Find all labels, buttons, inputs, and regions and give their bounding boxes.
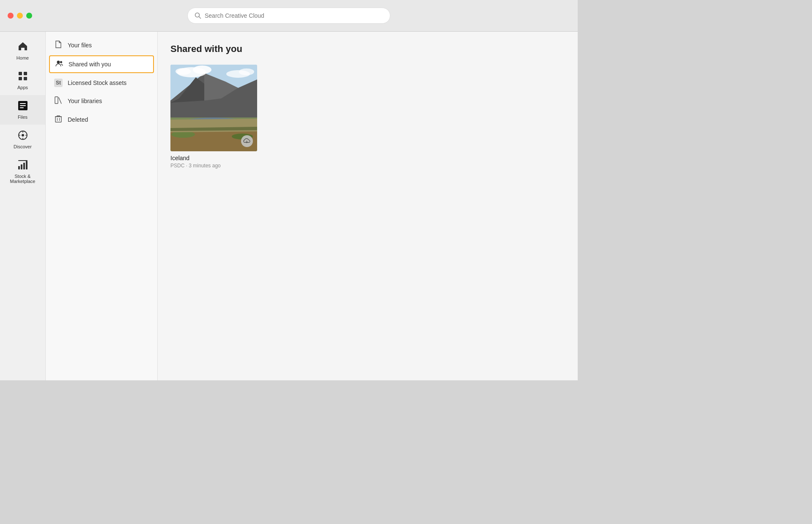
svg-rect-16 bbox=[18, 166, 20, 169]
page-title: Shared with you bbox=[170, 44, 565, 55]
nav-item-stock[interactable]: Stock & Marketplace bbox=[0, 154, 45, 189]
nav-rail: Home Apps File bbox=[0, 32, 46, 380]
sidebar-item-your-libraries[interactable]: Your libraries bbox=[46, 92, 157, 110]
sidebar-label-shared-with-you: Shared with you bbox=[69, 61, 111, 68]
sidebar-label-deleted: Deleted bbox=[68, 116, 88, 123]
svg-line-1 bbox=[199, 17, 201, 19]
sidebar: Your files Shared with you St Licensed S… bbox=[46, 32, 158, 380]
file-card-iceland[interactable]: Iceland PSDC · 3 minutes ago bbox=[170, 65, 257, 169]
svg-rect-19 bbox=[26, 161, 27, 169]
svg-point-46 bbox=[239, 68, 254, 75]
svg-rect-3 bbox=[24, 72, 27, 75]
file-meta-iceland: PSDC · 3 minutes ago bbox=[170, 163, 257, 169]
svg-rect-23 bbox=[55, 97, 58, 104]
svg-point-11 bbox=[22, 134, 24, 136]
nav-item-apps[interactable]: Apps bbox=[0, 66, 45, 95]
nav-label-stock: Stock & Marketplace bbox=[10, 174, 36, 184]
maximize-button[interactable] bbox=[26, 13, 32, 19]
svg-rect-5 bbox=[24, 77, 27, 80]
sidebar-item-licensed-stock[interactable]: St Licensed Stock assets bbox=[46, 74, 157, 92]
nav-item-home[interactable]: Home bbox=[0, 36, 45, 66]
nav-item-files[interactable]: Files bbox=[0, 95, 45, 125]
file-thumbnail-iceland bbox=[170, 65, 257, 151]
library-icon bbox=[54, 96, 63, 106]
nav-label-files: Files bbox=[18, 115, 27, 120]
svg-rect-8 bbox=[20, 105, 26, 106]
file-icon bbox=[54, 41, 63, 50]
nav-label-apps: Apps bbox=[17, 85, 28, 90]
svg-point-43 bbox=[193, 66, 211, 74]
svg-rect-9 bbox=[20, 107, 24, 108]
main-layout: Home Apps File bbox=[0, 32, 578, 380]
search-bar[interactable] bbox=[187, 8, 390, 24]
content-area: Shared with you bbox=[158, 32, 578, 380]
cloud-sync-icon bbox=[241, 135, 253, 147]
st-icon: St bbox=[54, 79, 63, 87]
minimize-button[interactable] bbox=[17, 13, 23, 19]
stock-icon bbox=[17, 159, 28, 172]
svg-point-22 bbox=[60, 61, 62, 63]
apps-icon bbox=[17, 71, 28, 83]
svg-rect-7 bbox=[20, 103, 26, 104]
svg-rect-2 bbox=[19, 72, 22, 75]
traffic-lights bbox=[8, 13, 32, 19]
svg-rect-17 bbox=[21, 164, 22, 169]
people-icon bbox=[55, 60, 63, 68]
sidebar-item-shared-with-you[interactable]: Shared with you bbox=[49, 55, 154, 73]
svg-rect-18 bbox=[23, 163, 25, 169]
svg-rect-20 bbox=[18, 160, 27, 161]
search-icon bbox=[195, 12, 201, 19]
home-icon bbox=[17, 41, 28, 54]
discover-icon bbox=[17, 130, 28, 142]
sidebar-item-your-files[interactable]: Your files bbox=[46, 36, 157, 55]
close-button[interactable] bbox=[8, 13, 14, 19]
sidebar-label-your-libraries: Your libraries bbox=[68, 98, 102, 104]
sidebar-label-your-files: Your files bbox=[68, 42, 92, 49]
sidebar-label-licensed-stock: Licensed Stock assets bbox=[68, 79, 126, 86]
file-name-iceland: Iceland bbox=[170, 155, 257, 161]
svg-rect-24 bbox=[55, 117, 61, 122]
svg-point-21 bbox=[57, 61, 60, 64]
nav-item-discover[interactable]: Discover bbox=[0, 125, 45, 154]
nav-label-home: Home bbox=[16, 55, 29, 60]
file-grid: Iceland PSDC · 3 minutes ago bbox=[170, 65, 565, 169]
titlebar bbox=[0, 0, 578, 32]
sidebar-item-deleted[interactable]: Deleted bbox=[46, 110, 157, 129]
svg-rect-4 bbox=[19, 77, 22, 80]
trash-icon bbox=[54, 115, 63, 124]
nav-label-discover: Discover bbox=[14, 144, 32, 149]
files-icon bbox=[17, 100, 28, 113]
svg-point-44 bbox=[176, 68, 191, 75]
search-input[interactable] bbox=[205, 12, 383, 19]
